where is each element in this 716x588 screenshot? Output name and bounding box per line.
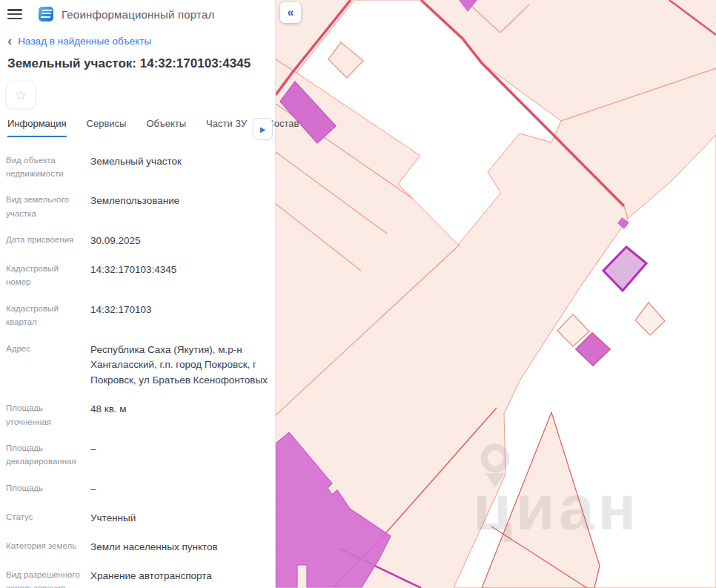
field-row: Дата присвоения30.09.2025 bbox=[6, 227, 269, 256]
field-label: Категория земель bbox=[6, 539, 90, 555]
collapse-panel-button[interactable]: « bbox=[280, 2, 301, 23]
field-value: Учтенный bbox=[90, 510, 136, 526]
tab-servisy[interactable]: Сервисы bbox=[87, 118, 127, 136]
field-label: Вид разрешенного использования bbox=[6, 568, 90, 588]
field-row: Вид земельного участкаЗемлепользование bbox=[6, 187, 269, 227]
attributes-list: Вид объекта недвижимостиЗемельный участо… bbox=[0, 141, 275, 588]
field-value: Земельный участок bbox=[90, 153, 182, 181]
field-value: 30.09.2025 bbox=[90, 233, 141, 249]
details-panel: Геоинформационный портал ‹ Назад в найде… bbox=[0, 0, 276, 588]
favorite-button[interactable]: ☆ bbox=[6, 81, 36, 109]
field-row: Кадастровый номер14:32:170103:4345 bbox=[6, 255, 269, 295]
tab-informaciya[interactable]: Информация bbox=[7, 118, 67, 137]
field-value: 14:32:170103:4345 bbox=[90, 262, 176, 289]
field-row: Вид объекта недвижимостиЗемельный участо… bbox=[6, 147, 269, 187]
field-label: Статус bbox=[6, 510, 90, 526]
tab-chasti-zu[interactable]: Части ЗУ bbox=[206, 118, 247, 136]
field-label: Адрес bbox=[6, 342, 90, 389]
map-canvas[interactable]: циан « bbox=[276, 0, 716, 588]
field-label: Вид земельного участка bbox=[6, 193, 90, 220]
field-value: Земли населенных пунктов bbox=[90, 539, 218, 555]
field-row: Площадь уточненная48 кв. м bbox=[6, 395, 269, 435]
field-row: Площадь декларированная– bbox=[6, 435, 269, 475]
field-value: Республика Саха (Якутия), м.р-н Хангалас… bbox=[90, 342, 269, 389]
field-row: АдресРеспублика Саха (Якутия), м.р-н Хан… bbox=[6, 335, 269, 395]
menu-icon[interactable] bbox=[7, 9, 22, 19]
field-label: Площадь уточненная bbox=[6, 401, 90, 429]
tabs: Информация Сервисы Объекты Части ЗУ Сост… bbox=[0, 118, 275, 141]
field-label: Вид объекта недвижимости bbox=[6, 153, 90, 181]
app-logo-icon bbox=[39, 7, 53, 22]
field-value: Землепользование bbox=[90, 193, 179, 220]
back-link[interactable]: ‹ Назад в найденные объекты bbox=[7, 36, 268, 47]
cadastral-map: циан bbox=[276, 0, 716, 588]
field-row: Вид разрешенного использованияХранение а… bbox=[6, 561, 269, 588]
field-label: Дата присвоения bbox=[6, 233, 90, 249]
chevron-left-icon: ‹ bbox=[7, 36, 12, 45]
field-label: Кадастровый номер bbox=[6, 262, 90, 289]
app-title: Геоинформационный портал bbox=[62, 8, 214, 21]
tabs-more-button[interactable]: ▶ bbox=[253, 118, 273, 140]
star-icon: ☆ bbox=[14, 87, 27, 103]
page-title: Земельный участок: 14:32:170103:4345 bbox=[7, 56, 268, 71]
field-row: Кадастровый квартал14:32:170103 bbox=[6, 295, 269, 335]
field-value: – bbox=[90, 481, 96, 498]
field-label: Площадь декларированная bbox=[6, 441, 90, 469]
tab-obekty[interactable]: Объекты bbox=[146, 118, 186, 136]
field-row: Категория земельЗемли населенных пунктов bbox=[6, 532, 269, 561]
field-value: 48 кв. м bbox=[90, 401, 127, 429]
field-row: СтатусУчтенный bbox=[6, 503, 269, 532]
field-value: – bbox=[90, 441, 96, 469]
field-row: Площадь– bbox=[6, 475, 269, 503]
field-label: Кадастровый квартал bbox=[6, 302, 90, 329]
field-value: 14:32:170103 bbox=[90, 302, 152, 329]
chevron-right-icon: ▶ bbox=[260, 125, 266, 133]
watermark-text: циан bbox=[473, 472, 640, 543]
field-value: Хранение автотранспорта bbox=[90, 568, 212, 588]
double-chevron-left-icon: « bbox=[288, 6, 294, 19]
geo-portal-app: Геоинформационный портал ‹ Назад в найде… bbox=[0, 0, 716, 588]
top-bar: Геоинформационный портал bbox=[0, 0, 275, 26]
field-label: Площадь bbox=[6, 481, 90, 498]
back-link-label: Назад в найденные объекты bbox=[18, 36, 151, 47]
